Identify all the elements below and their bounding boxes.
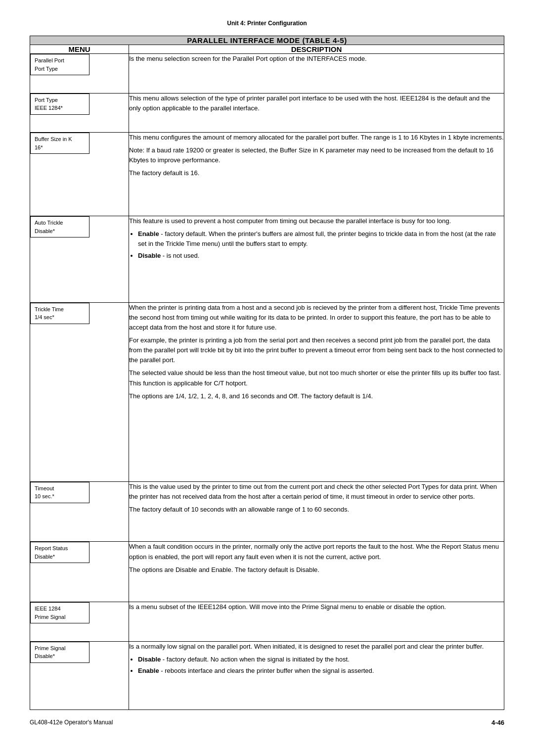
desc-paragraph: The options are 1/4, 1/2, 1, 2, 4, 8, an… <box>129 391 504 401</box>
menu-cell: IEEE 1284Prime Signal <box>30 602 129 642</box>
menu-box: Port TypeIEEE 1284* <box>30 94 89 115</box>
desc-cell: This feature is used to prevent a host c… <box>129 216 504 303</box>
menu-line2: IEEE 1284* <box>35 104 85 112</box>
menu-line2: Port Type <box>35 65 85 73</box>
menu-line2: 10 sec.* <box>35 492 85 501</box>
desc-paragraph: Is the menu selection screen for the Par… <box>129 54 504 64</box>
menu-line1: Parallel Port <box>35 56 85 65</box>
menu-cell: Buffer Size in K16* <box>30 133 129 216</box>
menu-line1: Buffer Size in K <box>35 135 85 143</box>
table-row: Buffer Size in K16*This menu configures … <box>30 133 504 216</box>
desc-paragraph: This is the value used by the printer to… <box>129 482 504 502</box>
table-row: Timeout10 sec.*This is the value used by… <box>30 481 504 542</box>
menu-box: Buffer Size in K16* <box>30 133 89 154</box>
menu-cell: Port TypeIEEE 1284* <box>30 93 129 133</box>
menu-line2: 16* <box>35 143 85 152</box>
menu-cell: Parallel PortPort Type <box>30 54 129 94</box>
page: Unit 4: Printer Configuration PARALLEL I… <box>0 0 534 756</box>
col-header-menu: MENU <box>30 45 129 54</box>
table-row: Auto TrickleDisable*This feature is used… <box>30 216 504 303</box>
table-row: Parallel PortPort TypeIs the menu select… <box>30 54 504 94</box>
table-row: Trickle Time1/4 sec*When the printer is … <box>30 302 504 481</box>
menu-line1: Trickle Time <box>35 305 85 314</box>
desc-cell: When the printer is printing data from a… <box>129 302 504 481</box>
menu-box: Auto TrickleDisable* <box>30 216 89 237</box>
menu-line2: Disable* <box>35 553 85 561</box>
desc-paragraph: Is a menu subset of the IEEE1284 option.… <box>129 602 504 612</box>
table-row: Prime SignalDisable*Is a normally low si… <box>30 641 504 709</box>
desc-cell: Is a menu subset of the IEEE1284 option.… <box>129 602 504 642</box>
table-row: IEEE 1284Prime SignalIs a menu subset of… <box>30 602 504 642</box>
menu-line1: Auto Trickle <box>35 219 85 227</box>
menu-cell: Timeout10 sec.* <box>30 481 129 542</box>
desc-cell: When a fault condition occurs in the pri… <box>129 542 504 602</box>
main-table: PARALLEL INTERFACE MODE (TABLE 4-5) MENU… <box>30 36 504 710</box>
menu-cell: Prime SignalDisable* <box>30 641 129 709</box>
desc-cell: This menu allows selection of the type o… <box>129 93 504 133</box>
col-header-desc: DESCRIPTION <box>129 45 504 54</box>
menu-cell: Trickle Time1/4 sec* <box>30 302 129 481</box>
page-header: Unit 4: Printer Configuration <box>30 20 504 27</box>
footer-manual: GL408-412e Operator's Manual <box>30 719 113 726</box>
menu-line1: IEEE 1284 <box>35 605 85 613</box>
desc-paragraph: The factory default is 16. <box>129 168 504 178</box>
table-row: Port TypeIEEE 1284*This menu allows sele… <box>30 93 504 133</box>
menu-line2: 1/4 sec* <box>35 313 85 322</box>
desc-paragraph: For example, the printer is printing a j… <box>129 335 504 365</box>
desc-bullet-item: Disable - is not used. <box>138 251 504 261</box>
desc-paragraph: This menu configures the amount of memor… <box>129 133 504 142</box>
menu-box: Prime SignalDisable* <box>30 642 89 663</box>
desc-paragraph: The options are Disable and Enable. The … <box>129 565 504 575</box>
desc-cell: Is a normally low signal on the parallel… <box>129 641 504 709</box>
menu-line1: Timeout <box>35 484 85 493</box>
menu-cell: Report StatusDisable* <box>30 542 129 602</box>
desc-paragraph: The factory default of 10 seconds with a… <box>129 505 504 515</box>
desc-cell: This is the value used by the printer to… <box>129 481 504 542</box>
table-row: Report StatusDisable*When a fault condit… <box>30 542 504 602</box>
menu-line2: Prime Signal <box>35 613 85 621</box>
desc-bullet-item: Disable - factory default. No action whe… <box>138 655 504 664</box>
desc-paragraph: This menu allows selection of the type o… <box>129 94 504 113</box>
desc-paragraph: When the printer is printing data from a… <box>129 303 504 332</box>
menu-line2: Disable* <box>35 227 85 236</box>
desc-bullet-item: Enable - reboots interface and clears th… <box>138 666 504 676</box>
menu-box: IEEE 1284Prime Signal <box>30 602 89 623</box>
menu-box: Parallel PortPort Type <box>30 54 89 75</box>
menu-cell: Auto TrickleDisable* <box>30 216 129 303</box>
menu-line1: Prime Signal <box>35 644 85 653</box>
desc-paragraph: This feature is used to prevent a host c… <box>129 216 504 226</box>
menu-line1: Port Type <box>35 96 85 104</box>
menu-box: Report StatusDisable* <box>30 542 89 563</box>
desc-cell: This menu configures the amount of memor… <box>129 133 504 216</box>
desc-bullets: Enable - factory default. When the print… <box>138 229 504 260</box>
desc-bullet-item: Enable - factory default. When the print… <box>138 229 504 249</box>
menu-line1: Report Status <box>35 544 85 553</box>
desc-paragraph: Is a normally low signal on the parallel… <box>129 642 504 652</box>
desc-bullets: Disable - factory default. No action whe… <box>138 655 504 676</box>
footer-page-number: 4-46 <box>491 719 504 726</box>
page-footer: GL408-412e Operator's Manual 4-46 <box>30 719 504 726</box>
desc-paragraph: Note: If a baud rate 19200 or greater is… <box>129 145 504 165</box>
desc-paragraph: The selected value should be less than t… <box>129 368 504 388</box>
table-title: PARALLEL INTERFACE MODE (TABLE 4-5) <box>30 36 504 45</box>
menu-box: Trickle Time1/4 sec* <box>30 303 89 324</box>
desc-cell: Is the menu selection screen for the Par… <box>129 54 504 94</box>
menu-line2: Disable* <box>35 652 85 661</box>
menu-box: Timeout10 sec.* <box>30 482 89 503</box>
desc-paragraph: When a fault condition occurs in the pri… <box>129 542 504 562</box>
